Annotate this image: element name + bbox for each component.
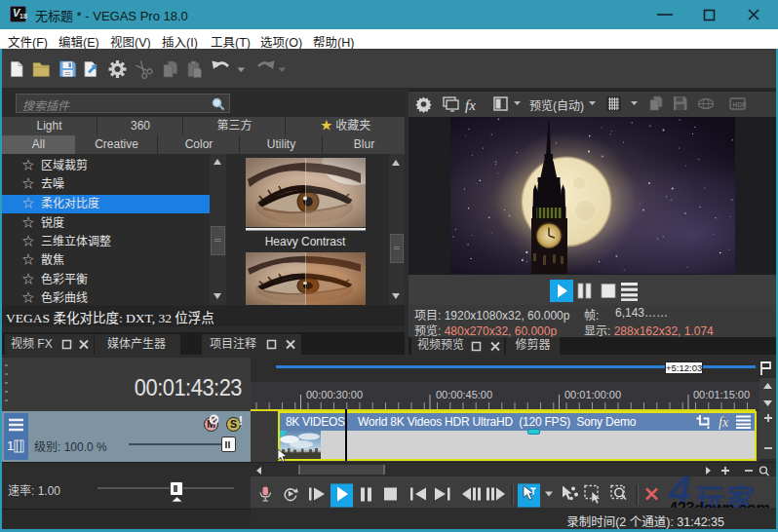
svg-text:fx: fx — [719, 415, 729, 430]
svg-text:1: 1 — [7, 438, 14, 453]
svg-text:HDR: HDR — [733, 101, 747, 108]
svg-text:fx: fx — [465, 97, 476, 113]
